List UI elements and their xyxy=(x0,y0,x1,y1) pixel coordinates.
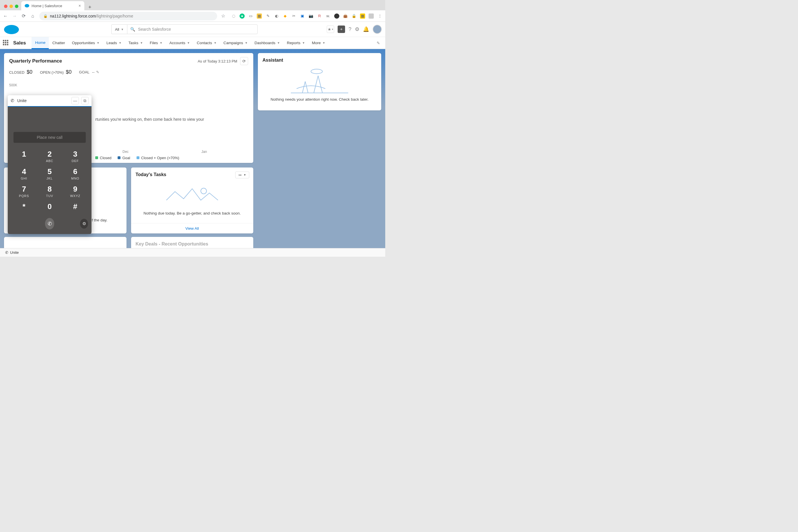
browser-tab[interactable]: Home | Salesforce × xyxy=(21,1,84,10)
caret-down-icon: ▼ xyxy=(140,41,143,44)
dialpad-key-6[interactable]: 6MNO xyxy=(62,167,88,180)
global-add-button[interactable]: ＋ xyxy=(338,25,345,33)
bookmark-star-icon[interactable]: ☆ xyxy=(221,13,225,19)
dialpad-key-5[interactable]: 5JKL xyxy=(37,167,62,180)
user-avatar[interactable] xyxy=(373,25,382,34)
nav-label: Home xyxy=(35,40,45,45)
app-launcher-icon[interactable] xyxy=(3,40,9,46)
dial-input[interactable]: Place new call xyxy=(14,132,86,143)
extension-icon[interactable]: ▭ xyxy=(248,14,253,19)
browser-menu-icon[interactable]: ⋮ xyxy=(377,14,382,19)
nav-label: More xyxy=(312,41,321,45)
nav-item-accounts[interactable]: Accounts ▼ xyxy=(166,37,193,49)
extension-icon[interactable]: ● xyxy=(240,14,245,19)
nav-item-files[interactable]: Files ▼ xyxy=(146,37,166,49)
close-window-icon[interactable] xyxy=(4,5,7,8)
setup-gear-icon[interactable]: ⚙ xyxy=(355,26,359,33)
extension-icon[interactable]: ◐ xyxy=(274,14,279,19)
dialpad-key-8[interactable]: 8TUV xyxy=(37,185,62,197)
extension-icon[interactable]: ✂ xyxy=(291,14,296,19)
caret-down-icon: ▼ xyxy=(214,41,216,44)
y-tick: 500K xyxy=(9,83,17,87)
new-tab-button[interactable]: + xyxy=(84,4,96,10)
nav-item-tasks[interactable]: Tasks ▼ xyxy=(125,37,146,49)
url-field[interactable]: 🔒 na112.lightning.force.com/lightning/pa… xyxy=(39,12,217,20)
caret-down-icon: ▼ xyxy=(121,28,124,31)
nav-label: Campaigns xyxy=(224,41,243,45)
nav-item-leads[interactable]: Leads ▼ xyxy=(103,37,125,49)
dialpad-key-3[interactable]: 3DEF xyxy=(62,150,88,163)
extension-icon[interactable]: ▦ xyxy=(257,14,262,19)
search-scope-dropdown[interactable]: All ▼ xyxy=(111,24,127,34)
nav-item-dashboards[interactable]: Dashboards ▼ xyxy=(251,37,283,49)
dialpad-key-9[interactable]: 9WXYZ xyxy=(62,185,88,197)
call-button[interactable]: ✆ xyxy=(45,218,55,229)
nav-label: Chatter xyxy=(52,41,65,45)
dialpad-key-4[interactable]: 4GHI xyxy=(11,167,37,180)
salesforce-logo-icon[interactable] xyxy=(3,24,19,35)
utility-bar: ✆ Unite xyxy=(0,248,385,257)
favorites-button[interactable]: ★▾ xyxy=(327,25,334,33)
salesforce-favicon-icon xyxy=(25,4,29,7)
utility-phone-item[interactable]: ✆ Unite xyxy=(3,249,21,256)
extension-icon[interactable]: ◌ xyxy=(231,14,236,19)
nav-item-campaigns[interactable]: Campaigns ▼ xyxy=(220,37,251,49)
extension-icon[interactable]: ▣ xyxy=(300,14,305,19)
nav-item-contacts[interactable]: Contacts ▼ xyxy=(193,37,220,49)
nav-label: Tasks xyxy=(129,41,138,45)
nav-item-reports[interactable]: Reports ▼ xyxy=(283,37,308,49)
card-title: Today's Tasks xyxy=(136,172,249,177)
maximize-window-icon[interactable] xyxy=(15,5,18,8)
dialpad-key-0[interactable]: 0 xyxy=(37,202,62,212)
notifications-bell-icon[interactable]: 🔔 xyxy=(363,26,369,33)
extension-icon[interactable] xyxy=(334,14,339,19)
nav-item-home[interactable]: Home xyxy=(32,37,49,49)
edit-nav-icon[interactable]: ✎ xyxy=(377,41,380,45)
softphone-settings-button[interactable]: ⚙ xyxy=(80,219,88,229)
assistant-card: Assistant Nothing needs your attention r… xyxy=(258,53,381,110)
tasks-filter-button[interactable]: ≔▼ xyxy=(235,171,249,178)
goal-stat: GOAL --✎ xyxy=(79,70,99,74)
home-icon[interactable]: ⌂ xyxy=(30,14,35,19)
app-name: Sales xyxy=(13,40,26,46)
dialpad-key-1[interactable]: 1 xyxy=(11,150,37,163)
nav-item-more[interactable]: More ▼ xyxy=(308,37,329,49)
extension-icon[interactable]: 📷 xyxy=(308,14,314,19)
extension-icon[interactable]: ✎ xyxy=(265,14,270,19)
dialpad-key-#[interactable]: # xyxy=(62,202,88,212)
tasks-empty-msg: Nothing due today. Be a go-getter, and c… xyxy=(136,211,249,215)
refresh-button[interactable]: ⟳ xyxy=(240,57,248,65)
reload-icon[interactable]: ⟳ xyxy=(21,13,26,19)
extension-icon[interactable]: R xyxy=(317,14,322,19)
profile-avatar-icon[interactable] xyxy=(368,14,374,19)
legend-item: Closed + Open (>70%) xyxy=(136,156,179,160)
nav-item-opportunities[interactable]: Opportunities ▼ xyxy=(69,37,103,49)
extension-icon[interactable]: w. xyxy=(326,14,331,19)
popout-softphone-button[interactable]: ⧉ xyxy=(81,97,89,104)
extension-icon[interactable]: ▦ xyxy=(360,14,365,19)
softphone-body: Place new call 12ABC3DEF4GHI5JKL6MNO7PQR… xyxy=(8,107,92,234)
search-placeholder: Search Salesforce xyxy=(138,27,171,32)
nav-item-chatter[interactable]: Chatter xyxy=(49,37,68,49)
nav-label: Files xyxy=(150,41,158,45)
extension-icon[interactable]: 🔒 xyxy=(352,14,357,19)
close-tab-icon[interactable]: × xyxy=(79,3,81,8)
edit-goal-icon[interactable]: ✎ xyxy=(96,70,99,74)
back-icon[interactable]: ← xyxy=(3,14,8,19)
softphone-header: ✆ Unite — ⧉ xyxy=(8,95,92,107)
nav-label: Reports xyxy=(287,41,300,45)
phone-icon: ✆ xyxy=(5,250,8,255)
extension-icon[interactable]: 👜 xyxy=(343,14,348,19)
search-input[interactable]: 🔍 Search Salesforce xyxy=(127,24,258,34)
minimize-softphone-button[interactable]: — xyxy=(72,97,79,104)
extension-icon[interactable]: ◆ xyxy=(283,14,288,19)
view-all-link[interactable]: View All xyxy=(131,223,253,231)
forward-icon[interactable]: → xyxy=(12,14,17,19)
dialpad-key-7[interactable]: 7PQRS xyxy=(11,185,37,197)
help-icon[interactable]: ? xyxy=(348,26,352,33)
dialpad-key-*[interactable]: * xyxy=(11,202,37,212)
dialpad-key-2[interactable]: 2ABC xyxy=(37,150,62,163)
minimize-window-icon[interactable] xyxy=(10,5,13,8)
header-actions: ★▾ ＋ ? ⚙ 🔔 xyxy=(327,25,382,34)
address-bar: ← → ⟳ ⌂ 🔒 na112.lightning.force.com/ligh… xyxy=(0,10,385,22)
